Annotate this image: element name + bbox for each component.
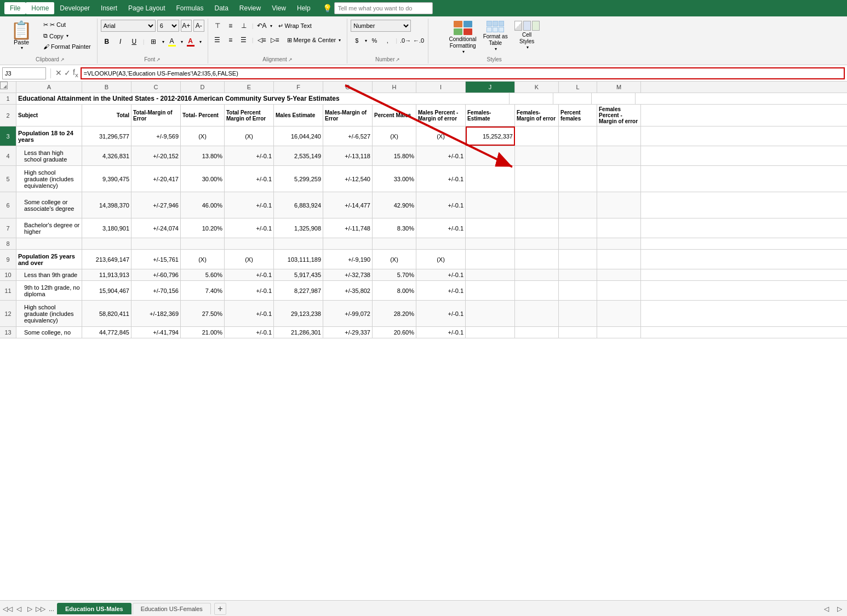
cell-a11[interactable]: 9th to 12th grade, no diploma [16,281,82,300]
cell-g13[interactable]: +/-29,337 [323,327,373,338]
cell-h8[interactable] [373,238,416,249]
cell-a3[interactable]: Population 18 to 24 years [16,126,82,146]
cell-g12[interactable]: +/-99,072 [323,301,373,326]
row-number-11[interactable]: 11 [0,281,16,300]
cell-l2[interactable]: Percent females [559,105,597,126]
format-table-button[interactable]: Format asTable ▾ [481,20,510,53]
cell-k13[interactable] [515,327,559,338]
cell-m3[interactable] [597,126,641,146]
cell-b2[interactable]: Total [82,105,131,126]
cell-i6[interactable]: +/-0.1 [416,192,466,218]
cell-d5[interactable]: 30.00% [181,166,225,192]
cell-e13[interactable]: +/-0.1 [225,327,274,338]
align-right-button[interactable]: ☰ [238,34,250,46]
cell-c9[interactable]: +/-15,761 [131,250,181,269]
cell-k9[interactable] [515,250,559,269]
cell-j11[interactable] [466,281,515,300]
cell-k10[interactable] [515,269,559,280]
cell-m13[interactable] [597,327,641,338]
cell-a10[interactable]: Less than 9th grade [16,269,82,280]
cell-h13[interactable]: 20.60% [373,327,416,338]
cell-f6[interactable]: 6,883,924 [274,192,323,218]
cell-h9[interactable]: (X) [373,250,416,269]
cell-g2[interactable]: Males-Margin of Error [323,105,373,126]
cell-j12[interactable] [466,301,515,326]
tab-right-scroll-right[interactable]: ▷ [834,603,845,614]
align-left-button[interactable]: ☰ [211,34,224,46]
col-header-a[interactable]: A [16,82,82,93]
cell-h6[interactable]: 42.90% [373,192,416,218]
cell-i2[interactable]: Males Percent - Margin of error [416,105,466,126]
cell-l9[interactable] [559,250,597,269]
row-number-3[interactable]: 3 [0,126,16,146]
cell-f13[interactable]: 21,286,301 [274,327,323,338]
cell-k4[interactable] [515,146,559,165]
col-header-k[interactable]: K [515,82,559,93]
cell-f7[interactable]: 1,325,908 [274,218,323,238]
col-header-h[interactable]: H [373,82,416,93]
format-painter-button[interactable]: 🖌 Format Painter [41,42,94,51]
col-header-j[interactable]: J [466,82,515,93]
cell-i12[interactable]: +/-0.1 [416,301,466,326]
cell-f12[interactable]: 29,123,238 [274,301,323,326]
cell-k1[interactable] [510,93,553,104]
cell-j2[interactable]: Females- Estimate [466,105,515,126]
cell-h11[interactable]: 8.00% [373,281,416,300]
cell-b11[interactable]: 15,904,467 [82,281,131,300]
cell-g10[interactable]: +/-32,738 [323,269,373,280]
cell-m7[interactable] [597,218,641,238]
cell-a2[interactable]: Subject [16,105,82,126]
cell-e9[interactable]: (X) [225,250,274,269]
col-header-c[interactable]: C [131,82,181,93]
confirm-formula-icon[interactable]: ✓ [64,68,71,77]
tab-scroll-left[interactable]: ◁◁ [2,603,13,614]
cell-i3[interactable]: (X) [416,126,466,146]
cell-g7[interactable]: +/-11,748 [323,218,373,238]
col-header-l[interactable]: L [559,82,597,93]
row-number-2[interactable]: 2 [0,105,16,126]
col-header-m[interactable]: M [597,82,641,93]
col-header-f[interactable]: F [274,82,323,93]
menu-data[interactable]: Data [209,2,233,14]
cell-j8[interactable] [466,238,515,249]
row-number-7[interactable]: 7 [0,218,16,238]
cell-l6[interactable] [559,192,597,218]
row-number-5[interactable]: 5 [0,166,16,192]
cell-b12[interactable]: 58,820,411 [82,301,131,326]
cell-m8[interactable] [597,238,641,249]
col-header-i[interactable]: I [416,82,466,93]
cell-h10[interactable]: 5.70% [373,269,416,280]
cell-k11[interactable] [515,281,559,300]
cell-i10[interactable]: +/-0.1 [416,269,466,280]
menu-formulas[interactable]: Formulas [170,2,209,14]
tab-education-males[interactable]: Education US-Males [57,603,131,614]
menu-insert[interactable]: Insert [95,2,123,14]
cell-d6[interactable]: 46.00% [181,192,225,218]
copy-button[interactable]: ⧉ Copy ▾ [41,31,94,41]
col-header-g[interactable]: G [323,82,373,93]
number-format-select[interactable]: NumberGeneralCurrencyPercentage [351,20,411,32]
col-header-b[interactable]: B [82,82,131,93]
cell-d10[interactable]: 5.60% [181,269,225,280]
cell-m5[interactable] [597,166,641,192]
cell-c8[interactable] [131,238,181,249]
italic-button[interactable]: I [115,36,127,48]
cell-k5[interactable] [515,166,559,192]
cell-a4[interactable]: Less than high school graduate [16,146,82,165]
cell-k6[interactable] [515,192,559,218]
cell-b3[interactable]: 31,296,577 [82,126,131,146]
menu-page-layout[interactable]: Page Layout [123,2,170,14]
fill-color-button[interactable]: A [166,36,178,48]
cell-g11[interactable]: +/-35,802 [323,281,373,300]
cancel-formula-icon[interactable]: ✕ [55,68,62,77]
row-number-13[interactable]: 13 [0,327,16,338]
font-size-increase[interactable]: A+ [181,20,192,32]
menu-developer[interactable]: Developer [54,2,95,14]
cell-j5[interactable] [466,166,515,192]
percent-button[interactable]: % [368,36,380,45]
menu-file[interactable]: File [4,2,26,14]
row-number-12[interactable]: 12 [0,301,16,326]
cell-f3[interactable]: 16,044,240 [274,126,323,146]
decrease-decimal-button[interactable]: .0→ [399,36,411,45]
cell-k2[interactable]: Females- Margin of error [515,105,559,126]
